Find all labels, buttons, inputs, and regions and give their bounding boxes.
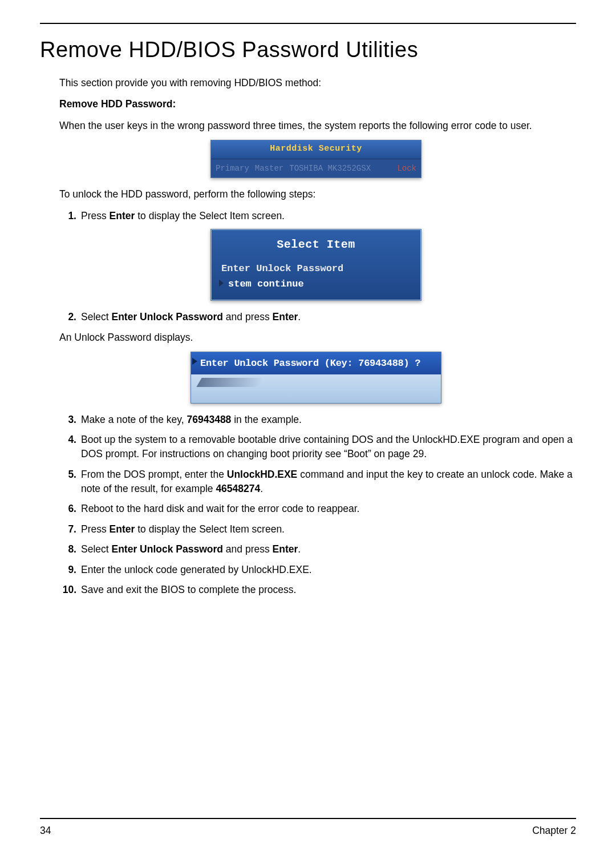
cursor-icon xyxy=(219,280,224,287)
intro-paragraph: This section provide you with removing H… xyxy=(59,76,573,90)
bios-col-model: TOSHIBA MK3252GSX xyxy=(289,163,371,174)
step-number: 8. xyxy=(59,542,76,556)
step-text: Save and exit the BIOS to complete the p… xyxy=(81,584,296,595)
bios-header: Harddisk Security xyxy=(211,140,421,159)
figure-1: Harddisk Security Primary Master TOSHIBA… xyxy=(59,140,573,178)
step-text: Select Enter Unlock Password and press E… xyxy=(81,311,301,322)
bios-unlock-prompt: Enter Unlock Password (Key: 76943488) ? xyxy=(191,352,441,404)
list-item: 10. Save and exit the BIOS to complete t… xyxy=(79,583,573,597)
chapter-label: Chapter 2 xyxy=(532,825,576,837)
list-item: 1. Press Enter to display the Select Ite… xyxy=(79,209,573,223)
step-number: 2. xyxy=(59,310,76,324)
bios-harddisk-security: Harddisk Security Primary Master TOSHIBA… xyxy=(210,140,422,178)
step-number: 6. xyxy=(59,502,76,516)
cursor-icon xyxy=(192,358,197,365)
list-item: 8. Select Enter Unlock Password and pres… xyxy=(79,542,573,556)
bios-select-item: Select Item Enter Unlock Password stem c… xyxy=(210,229,422,301)
step-text: Press Enter to display the Select Item s… xyxy=(81,523,285,535)
step-text: Press Enter to display the Select Item s… xyxy=(81,210,285,221)
step-text: Reboot to the hard disk and wait for the… xyxy=(81,503,359,514)
list-item: 3. Make a note of the key, 76943488 in t… xyxy=(79,413,573,427)
list-item: 7. Press Enter to display the Select Ite… xyxy=(79,522,573,537)
step-text: Select Enter Unlock Password and press E… xyxy=(81,543,301,555)
bios-col-lock: Lock xyxy=(397,163,416,174)
bios-blank-area xyxy=(191,374,441,403)
step-number: 7. xyxy=(59,522,76,537)
paragraph: To unlock the HDD password, perform the … xyxy=(59,187,573,201)
bios-prompt-line: Enter Unlock Password (Key: 76943488) ? xyxy=(191,352,441,374)
document-page: Remove HDD/BIOS Password Utilities This … xyxy=(0,0,616,863)
page-number: 34 xyxy=(40,825,51,837)
step-text: From the DOS prompt, enter the UnlockHD.… xyxy=(81,469,573,494)
step-text: Enter the unlock code generated by Unloc… xyxy=(81,564,312,575)
bios-col-master: Master xyxy=(255,163,283,174)
ordered-list: 1. Press Enter to display the Select Ite… xyxy=(59,209,573,223)
step-text: Boot up the system to a removable bootab… xyxy=(81,434,573,459)
step-number: 5. xyxy=(59,467,76,482)
list-item: 6. Reboot to the hard disk and wait for … xyxy=(79,502,573,516)
content-body: This section provide you with removing H… xyxy=(40,76,576,597)
bios-title: Select Item xyxy=(221,236,411,253)
page-footer: 34 Chapter 2 xyxy=(40,818,576,837)
ordered-list: 2. Select Enter Unlock Password and pres… xyxy=(59,310,573,324)
step-text: Make a note of the key, 76943488 in the … xyxy=(81,414,302,425)
step-number: 4. xyxy=(59,433,76,447)
list-item: 4. Boot up the system to a removable boo… xyxy=(79,433,573,462)
bios-col-primary: Primary xyxy=(216,163,249,174)
step-number: 1. xyxy=(59,209,76,223)
list-item: 9. Enter the unlock code generated by Un… xyxy=(79,563,573,577)
list-item: 2. Select Enter Unlock Password and pres… xyxy=(79,310,573,324)
list-item: 5. From the DOS prompt, enter the Unlock… xyxy=(79,467,573,497)
top-rule xyxy=(40,23,576,24)
subheading: Remove HDD Password: xyxy=(59,97,573,111)
figure-2: Select Item Enter Unlock Password stem c… xyxy=(59,229,573,301)
figure-3: Enter Unlock Password (Key: 76943488) ? xyxy=(59,352,573,404)
bottom-rule xyxy=(40,818,576,819)
bios-option-continue: stem continue xyxy=(221,277,411,292)
step-number: 3. xyxy=(59,413,76,427)
ordered-list: 3. Make a note of the key, 76943488 in t… xyxy=(59,413,573,598)
shadow-decoration xyxy=(196,378,264,387)
paragraph: An Unlock Password displays. xyxy=(59,330,573,345)
paragraph: When the user keys in the wrong password… xyxy=(59,119,573,133)
footer-row: 34 Chapter 2 xyxy=(40,825,576,837)
bios-option-unlock: Enter Unlock Password xyxy=(221,262,411,276)
step-number: 9. xyxy=(59,563,76,577)
step-number: 10. xyxy=(59,583,76,597)
page-title: Remove HDD/BIOS Password Utilities xyxy=(40,38,576,62)
bios-row: Primary Master TOSHIBA MK3252GSX Lock xyxy=(211,159,421,178)
